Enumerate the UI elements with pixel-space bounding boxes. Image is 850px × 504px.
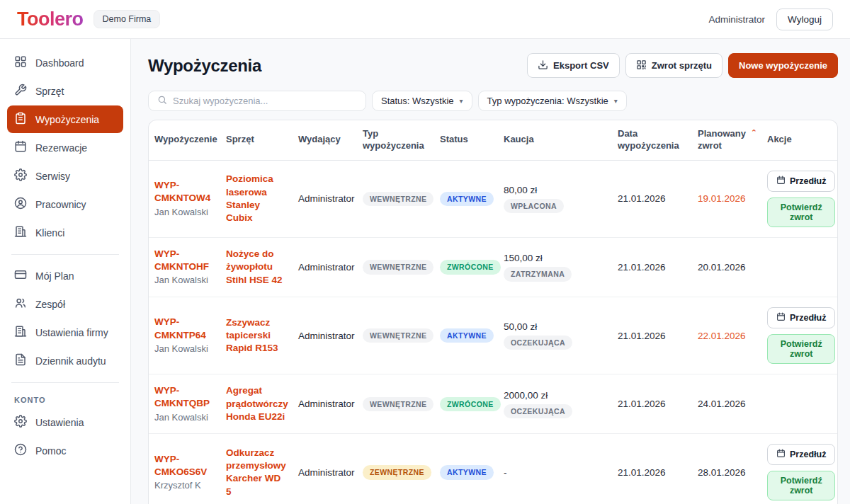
return-equipment-label: Zwrot sprzętu	[652, 61, 712, 70]
extend-button[interactable]: Przedłuż	[767, 307, 835, 328]
status-filter-label: Status: Wszystkie	[381, 96, 454, 106]
status-badge: AKTYWNE	[440, 192, 494, 207]
chevron-down-icon: ▾	[460, 98, 463, 105]
sidebar-item-label: Ustawienia firmy	[35, 327, 108, 338]
type-badge: WEWNĘTRZNE	[363, 397, 434, 412]
new-rental-button[interactable]: Nowe wypożyczenie	[728, 53, 838, 78]
status-badge: AKTYWNE	[440, 465, 494, 480]
rental-person: Jan Kowalski	[154, 207, 216, 219]
rental-code-link[interactable]: WYP-CMKNTOHF	[154, 248, 216, 273]
sidebar-item-wypozyczenia[interactable]: Wypożyczenia	[7, 105, 123, 133]
type-filter-dropdown[interactable]: Typ wypożyczenia: Wszystkie ▾	[478, 91, 627, 111]
team-icon	[14, 297, 27, 311]
deposit-amount: 50,00 zł	[504, 321, 608, 332]
col-header-typ: Typ wypożyczenia	[357, 128, 434, 152]
extend-button[interactable]: Przedłuż	[767, 444, 835, 465]
issuer-cell: Administrator	[293, 262, 357, 273]
planned-return-cell: 28.01.2026	[692, 467, 761, 478]
calendar-icon	[14, 140, 27, 155]
table-row: WYP-CMKNTOHF Jan Kowalski Nożyce do żywo…	[149, 238, 837, 297]
return-equipment-button[interactable]: Zwrot sprzętu	[625, 53, 722, 78]
status-cell: ZWRÓCONE	[434, 397, 498, 412]
gear-icon	[14, 168, 27, 183]
rental-code-link[interactable]: WYP-CMKO6S6V	[154, 453, 216, 479]
sidebar-item-serwisy[interactable]: Serwisy	[7, 162, 123, 190]
col-header-planowany-zwrot[interactable]: Planowany zwrot⌃	[692, 128, 761, 152]
rental-code-link[interactable]: WYP-CMKNTP64	[154, 316, 216, 341]
extend-button[interactable]: Przedłuż	[767, 171, 835, 192]
sidebar-item-label: Zespół	[35, 299, 65, 310]
logout-button[interactable]: Wyloguj	[776, 8, 833, 30]
user-circle-icon	[14, 197, 27, 212]
equipment-link[interactable]: Odkurzacz przemysłowy Karcher WD 5	[226, 447, 288, 498]
sidebar-item-dashboard[interactable]: Dashboard	[7, 49, 123, 76]
sidebar-item-label: Rezerwacje	[35, 142, 87, 154]
sidebar-item-label: Ustawienia	[35, 417, 84, 428]
type-cell: WEWNĘTRZNE	[357, 397, 434, 412]
table-row: WYP-CMKNTQBP Jan Kowalski Agregat prądot…	[149, 374, 837, 434]
wrench-icon	[14, 84, 27, 98]
export-csv-button[interactable]: Eksport CSV	[527, 53, 620, 78]
planned-return-cell: 22.01.2026	[692, 331, 761, 341]
deposit-amount: 80,00 zł	[504, 185, 608, 195]
sidebar-item-zespol[interactable]: Zespół	[7, 290, 123, 318]
deposit-cell: 80,00 zł WPŁACONA	[498, 185, 612, 214]
status-cell: AKTYWNE	[434, 328, 498, 343]
equipment-cell: Zszywacz tapicerski Rapid R153	[220, 316, 293, 355]
calendar-icon	[776, 449, 786, 460]
building-icon	[14, 225, 27, 240]
status-badge: AKTYWNE	[440, 328, 494, 343]
status-filter-dropdown[interactable]: Status: Wszystkie ▾	[372, 91, 472, 111]
sidebar-item-ustawienia-firmy[interactable]: Ustawienia firmy	[7, 319, 123, 346]
type-cell: WEWNĘTRZNE	[357, 260, 434, 275]
sidebar-divider	[11, 254, 119, 255]
sidebar-item-pracownicy[interactable]: Pracownicy	[7, 190, 123, 218]
equipment-link[interactable]: Zszywacz tapicerski Rapid R153	[226, 316, 288, 355]
qr-code-icon	[636, 59, 647, 71]
table-row: WYP-CMKO6S6V Krzysztof K Odkurzacz przem…	[149, 434, 837, 504]
status-cell: AKTYWNE	[434, 465, 498, 480]
toolero-logo[interactable]: Toolero	[17, 8, 84, 30]
sidebar-item-ustawienia[interactable]: Ustawienia	[7, 408, 123, 436]
col-header-sprzet: Sprzęt	[220, 134, 293, 146]
deposit-status-badge: OCZEKUJĄCA	[504, 404, 572, 419]
status-cell: AKTYWNE	[434, 192, 498, 207]
dashboard-grid-icon	[14, 55, 27, 70]
sidebar-item-rezerwacje[interactable]: Rezerwacje	[7, 134, 123, 161]
export-csv-label: Eksport CSV	[553, 61, 609, 70]
rental-code-link[interactable]: WYP-CMKNTOW4	[154, 179, 216, 205]
actions-cell: Przedłuż Potwierdź zwrot	[761, 307, 838, 364]
rental-code-link[interactable]: WYP-CMKNTQBP	[154, 384, 216, 410]
sidebar-item-klienci[interactable]: Klienci	[7, 219, 123, 246]
col-header-akcje: Akcje	[761, 134, 837, 146]
confirm-return-button[interactable]: Potwierdź zwrot	[767, 334, 835, 364]
sort-asc-icon: ⌃	[751, 128, 757, 137]
rentals-table-card: Wypożyczenie Sprzęt Wydający Typ wypożyc…	[148, 120, 838, 504]
sidebar-item-dziennik-audytu[interactable]: Dziennik audytu	[7, 347, 123, 374]
deposit-status-badge: ZATRZYMANA	[504, 267, 572, 282]
sidebar-divider	[11, 382, 119, 383]
type-badge: WEWNĘTRZNE	[363, 192, 434, 207]
user-name: Administrator	[709, 14, 766, 25]
planned-return-cell: 20.01.2026	[692, 262, 761, 273]
equipment-cell: Nożyce do żywopłotu Stihl HSE 42	[220, 248, 293, 287]
rental-person: Jan Kowalski	[154, 343, 216, 355]
sidebar-item-label: Serwisy	[35, 171, 70, 182]
confirm-return-button[interactable]: Potwierdź zwrot	[767, 471, 835, 500]
deposit-cell: 50,00 zł OCZEKUJĄCA	[498, 321, 612, 350]
equipment-link[interactable]: Nożyce do żywopłotu Stihl HSE 42	[226, 248, 288, 287]
search-input[interactable]	[173, 96, 357, 106]
calendar-icon	[776, 176, 786, 187]
sidebar-item-pomoc[interactable]: Pomoc	[7, 437, 123, 464]
col-header-kaucja: Kaucja	[498, 134, 612, 146]
equipment-link[interactable]: Agregat prądotwórczy Honda EU22i	[226, 384, 288, 423]
col-header-wydajacy: Wydający	[293, 134, 357, 146]
sidebar-item-moj-plan[interactable]: Mój Plan	[7, 262, 123, 290]
confirm-return-button[interactable]: Potwierdź zwrot	[767, 197, 835, 227]
sidebar-item-sprzet[interactable]: Sprzęt	[7, 77, 123, 105]
sidebar-item-label: Sprzęt	[35, 86, 64, 97]
equipment-link[interactable]: Poziomica laserowa Stanley Cubix	[226, 173, 288, 224]
sidebar-section-konto: KONTO	[7, 390, 123, 408]
deposit-amount: 2000,00 zł	[504, 390, 608, 401]
company-building-icon	[14, 325, 27, 340]
